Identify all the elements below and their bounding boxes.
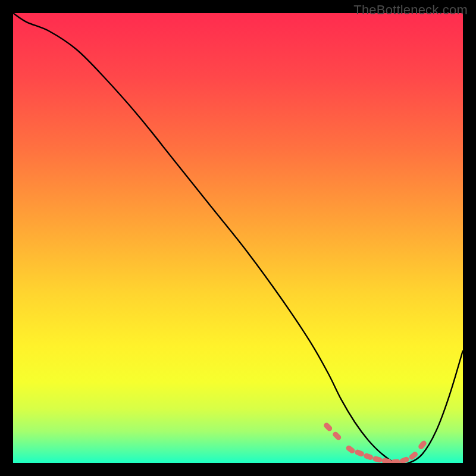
watermark-text: TheBottleneck.com xyxy=(353,2,468,18)
chart-frame: TheBottleneck.com xyxy=(0,0,476,476)
plot-area xyxy=(13,13,463,463)
chart-svg xyxy=(13,13,463,463)
gradient-background xyxy=(13,13,463,463)
